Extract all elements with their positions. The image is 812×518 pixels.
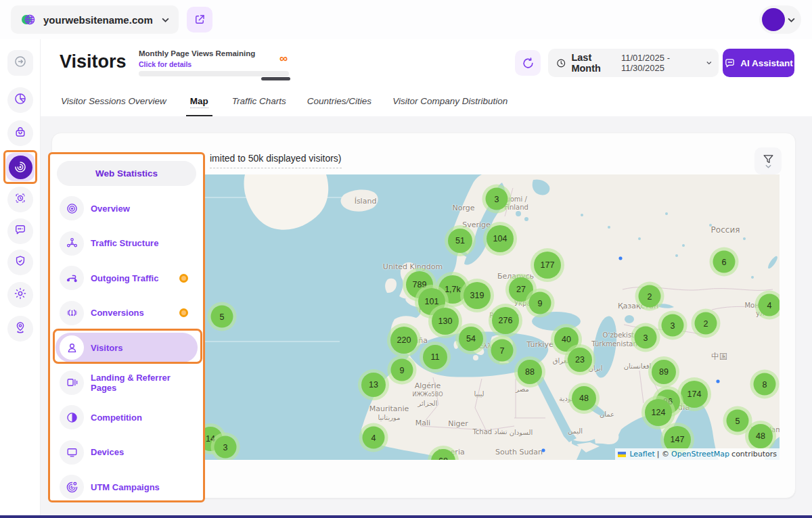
map-cluster-marker[interactable]: 5 — [727, 410, 749, 432]
menu-item-landing-referrer-pages[interactable]: Landing & Referrer Pages — [55, 368, 198, 398]
map-cluster-marker[interactable]: 2 — [695, 312, 717, 335]
user-menu[interactable] — [759, 5, 801, 34]
refresh-button[interactable] — [515, 50, 541, 76]
map-cluster-marker[interactable]: 2 — [639, 285, 661, 308]
map-place-label: Mauritanie — [369, 404, 409, 413]
sidebar-item-shield[interactable] — [7, 250, 33, 275]
map-cluster-marker[interactable]: 104 — [487, 225, 514, 252]
map-cluster-marker[interactable]: 9 — [391, 359, 413, 381]
map-cluster-marker[interactable]: 23 — [568, 348, 592, 372]
map-cluster-marker[interactable]: 3 — [486, 188, 508, 210]
web-statistics-icon — [9, 156, 32, 179]
map-cluster-marker[interactable]: 13 — [361, 373, 386, 397]
menu-item-competition[interactable]: Competition — [55, 402, 198, 432]
new-feature-badge — [179, 308, 188, 317]
map-cluster-marker[interactable]: 3 — [635, 327, 657, 349]
map-cluster-marker[interactable]: 220 — [390, 327, 418, 354]
menu-item-utm-campaigns[interactable]: UTM Campaigns — [55, 472, 198, 502]
flyout-title: Web Statistics — [57, 161, 196, 186]
map-place-label: Norge — [452, 204, 474, 212]
menu-item-devices[interactable]: Devices — [55, 438, 198, 467]
menu-item-outgoing-traffic[interactable]: Outgoing Traffic — [55, 263, 198, 293]
sidebar-item-location-pin[interactable] — [7, 316, 33, 342]
menu-item-traffic-structure[interactable]: Traffic Structure — [55, 229, 198, 258]
pageviews-remaining-value: ∞ — [279, 52, 288, 66]
sidebar-active-highlight — [3, 150, 37, 184]
map-place-label: Россия — [711, 225, 740, 235]
sidebar-item-pie-chart[interactable] — [7, 87, 33, 113]
map-place-label: ليبيا — [474, 390, 484, 398]
map-cluster-marker[interactable]: 130 — [432, 308, 459, 335]
menu-item-label: Visitors — [91, 343, 198, 353]
map-cluster-marker[interactable]: 88 — [518, 360, 542, 384]
map-cluster-marker[interactable]: 51 — [448, 229, 472, 253]
map-place-label: Niger — [448, 419, 468, 428]
funnel-icon — [763, 154, 774, 164]
menu-item-visitors[interactable]: Visitors — [55, 333, 198, 362]
map-cluster-marker[interactable]: 48 — [748, 424, 773, 448]
visitors-tabs: Visitor Sessions OverviewMapTraffic Char… — [60, 92, 509, 116]
map-cluster-marker[interactable]: 8 — [754, 373, 776, 396]
map-cluster-marker[interactable]: 4 — [363, 427, 385, 449]
map-cluster-marker[interactable]: 9 — [529, 292, 551, 314]
map-cluster-marker[interactable]: 177 — [534, 252, 561, 279]
pageviews-progress-segment — [261, 77, 290, 80]
map-cluster-marker[interactable]: 3 — [662, 314, 684, 337]
bottom-edge-bar — [0, 515, 812, 518]
menu-item-overview[interactable]: Overview — [55, 193, 198, 223]
leaflet-flag-icon — [618, 452, 626, 457]
map-cluster-marker[interactable]: 6 — [713, 251, 736, 273]
map-place-label: مصر — [516, 385, 529, 393]
sidebar-item-chat[interactable] — [7, 218, 33, 244]
map-cluster-marker[interactable]: 124 — [645, 399, 672, 426]
map-cluster-marker[interactable]: 48 — [572, 386, 596, 410]
map-cluster-marker[interactable]: 5 — [211, 306, 233, 328]
leaflet-link[interactable]: Leaflet — [629, 450, 654, 458]
map-cluster-marker[interactable]: 3 — [215, 436, 237, 458]
map-place-label: افغانستان — [624, 362, 652, 370]
map-cluster-marker[interactable]: 319 — [464, 282, 491, 309]
map-cluster-marker[interactable]: 89 — [652, 360, 676, 384]
shield-icon — [14, 254, 27, 270]
tab-visitor-sessions-overview[interactable]: Visitor Sessions Overview — [60, 92, 168, 116]
website-name: yourwebsitename.com — [43, 14, 162, 26]
map-cluster-marker[interactable]: 11 — [423, 345, 447, 369]
tab-countries-cities[interactable]: Countries/Cities — [306, 92, 373, 116]
sidebar-item-gear[interactable] — [7, 282, 33, 308]
filter-button[interactable] — [754, 147, 782, 174]
utm-campaigns-icon — [60, 475, 84, 499]
menu-item-label: Competition — [91, 413, 198, 423]
map-place-label: عمان — [600, 410, 614, 418]
sidebar-item-web-statistics[interactable] — [6, 153, 35, 181]
avatar — [762, 8, 785, 31]
map-place-label: ИЖЖо5ВО — [413, 392, 443, 398]
pageviews-details-link[interactable]: Click for details — [139, 60, 191, 68]
map-cluster-marker[interactable]: 54 — [459, 327, 483, 351]
map-place-label: Tchad تشاد — [472, 428, 507, 435]
date-range-picker[interactable]: Last Month 11/01/2025 - 11/30/2025 — [548, 49, 719, 77]
open-website-button[interactable] — [187, 7, 212, 32]
map-cluster-marker[interactable]: 276 — [492, 307, 519, 334]
sidebar-item-bag[interactable] — [7, 120, 33, 146]
competition-icon — [60, 405, 84, 429]
ai-assistant-button[interactable]: AI Assistant — [723, 49, 794, 77]
map-place-label: Türkiye — [526, 340, 553, 349]
map-city-dot — [717, 380, 720, 383]
menu-item-label: Traffic Structure — [91, 238, 198, 248]
map-cluster-marker[interactable]: 7 — [491, 339, 514, 362]
period-range: 11/01/2025 - 11/30/2025 — [621, 53, 701, 73]
sidebar-item-focus-time[interactable] — [7, 187, 33, 212]
map-city-dot — [542, 449, 545, 452]
openstreetmap-link[interactable]: OpenStreetMap — [671, 450, 729, 458]
website-selector[interactable]: yourwebsitename.com — [11, 5, 179, 34]
sidebar-item-collapse-arrow[interactable] — [7, 50, 33, 76]
tab-map[interactable]: Map — [186, 92, 212, 116]
map-cluster-marker[interactable]: 174 — [681, 381, 708, 408]
tab-visitor-company-distribution[interactable]: Visitor Company Distribution — [391, 92, 509, 116]
map-cluster-marker[interactable]: 4 — [759, 294, 780, 316]
tab-traffic-charts[interactable]: Traffic Charts — [231, 92, 288, 116]
collapse-arrow-icon — [14, 55, 27, 71]
chevron-down-icon — [706, 61, 712, 65]
menu-item-conversions[interactable]: Conversions — [55, 298, 198, 328]
chevron-down-icon — [162, 18, 169, 22]
